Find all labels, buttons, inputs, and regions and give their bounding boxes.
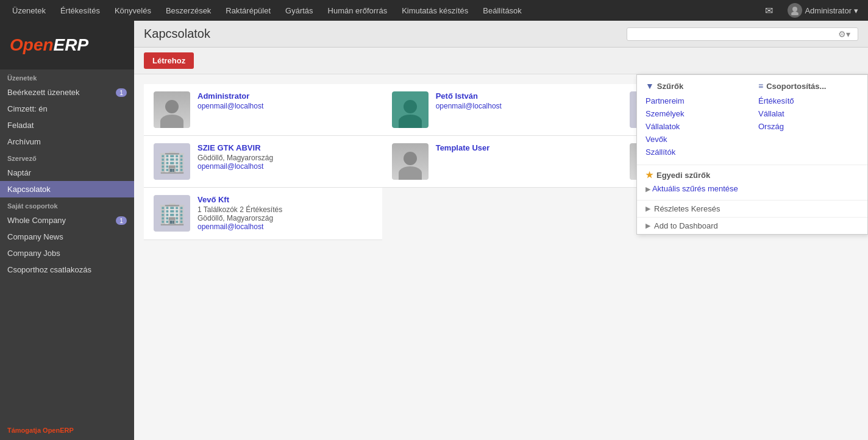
whole-company-badge: 1	[116, 216, 127, 225]
nav-human[interactable]: Humán erőforrás	[321, 0, 395, 21]
user-avatar	[788, 3, 802, 18]
search-dropdown: ▼ Szűrők Partnereim Személyek Vállalatok…	[636, 74, 868, 235]
filter-szemelyek[interactable]: Személyek	[646, 107, 746, 120]
contact-email-vevo: openmail@localhost	[197, 222, 372, 231]
group-vallalat[interactable]: Vállalat	[758, 107, 859, 120]
sidebar-item-csoporthoz[interactable]: Csoporthoz csatlakozás	[0, 261, 134, 278]
logo[interactable]: OpenERP	[0, 21, 134, 69]
search-settings-icon[interactable]: ⚙▾	[838, 29, 850, 39]
contact-info-peto: Pető István openmail@localhost	[436, 91, 611, 112]
page-title: Kapcsolatok	[144, 27, 210, 41]
contact-name-peto: Pető István	[436, 91, 611, 101]
dropdown-custom-section: ★ Egyedi szűrők ▶ Aktuális szűrés mentés…	[637, 165, 867, 200]
avatar-vevo: 🏢	[154, 195, 190, 232]
contact-email-peto: openmail@localhost	[436, 102, 611, 110]
avatar-admin	[154, 91, 190, 128]
nav-beallitasok[interactable]: Beállítások	[475, 0, 529, 21]
content-area: Kapcsolatok ⚙▾ Létrehoz Adminis	[134, 21, 868, 440]
filter-header: ▼ Szűrők	[646, 81, 746, 91]
filter-vallalatok[interactable]: Vállalatok	[646, 120, 746, 133]
dropdown-add-dashboard[interactable]: ▶ Add to Dashboard	[637, 218, 867, 234]
sidebar-item-kapcsolatok[interactable]: Kapcsolatok	[0, 181, 134, 197]
group-col: ≡ Csoportosítás... Értékesítő Vállalat O…	[758, 81, 859, 158]
sidebar-item-inbox[interactable]: Beérkezett üzenetek 1	[0, 84, 134, 101]
contact-info-szie: SZIE GTK ABVIR Gödöllő, Magyarország ope…	[197, 143, 372, 172]
filter-icon: ▼	[646, 81, 654, 91]
contact-info-admin: Administrator openmail@localhost	[197, 91, 372, 112]
sidebar-item-cimzett[interactable]: Cimzett: én	[0, 101, 134, 117]
filter-szallitok[interactable]: Szállítók	[646, 146, 746, 158]
triangle-icon: ▶	[646, 205, 650, 213]
contact-name-template: Template User	[436, 143, 611, 152]
contact-location-szie: Gödöllő, Magyarország	[197, 154, 372, 162]
contact-info-vevo: Vevő Kft 1 Találkozók 2 Értékesítés Gödö…	[197, 195, 372, 232]
nav-ertekesites[interactable]: Értékesítés	[53, 0, 107, 21]
content-header: Kapcsolatok ⚙▾	[134, 21, 868, 48]
sidebar-item-archivum[interactable]: Archívum	[0, 133, 134, 150]
avatar-szie: 🏢	[154, 143, 190, 180]
contact-detail-vevo: 1 Találkozók 2 Értékesítés	[197, 205, 372, 214]
triangle-icon-2: ▶	[646, 222, 650, 230]
search-bar[interactable]: ⚙▾	[627, 27, 858, 41]
filter-vevok[interactable]: Vevők	[646, 133, 746, 146]
dropdown-filter-section: ▼ Szűrők Partnereim Személyek Vállalatok…	[637, 75, 867, 165]
group-icon: ≡	[758, 81, 763, 91]
filter-partnereim[interactable]: Partnereim	[646, 94, 746, 107]
nav-uzenetek[interactable]: Üzenetek	[5, 0, 53, 21]
contact-card-peto[interactable]: Pető István openmail@localhost	[382, 84, 621, 136]
create-button[interactable]: Létrehoz	[144, 52, 194, 69]
user-menu[interactable]: Administrator ▾	[783, 1, 863, 20]
svg-point-1	[791, 12, 799, 15]
contact-email-szie: openmail@localhost	[197, 162, 372, 171]
search-input[interactable]	[631, 29, 838, 38]
user-label: Administrator	[805, 6, 852, 15]
main-layout: OpenERP Üzenetek Beérkezett üzenetek 1 C…	[0, 21, 868, 440]
sidebar-item-naptar[interactable]: Naptár	[0, 165, 134, 181]
toolbar: Létrehoz	[134, 48, 868, 74]
star-icon: ★	[646, 170, 653, 180]
user-dropdown-icon: ▾	[854, 6, 858, 15]
group-header: ≡ Csoportosítás...	[758, 81, 859, 91]
filter-col: ▼ Szűrők Partnereim Személyek Vállalatok…	[646, 81, 746, 158]
sidebar-item-company-news[interactable]: Company News	[0, 229, 134, 245]
contact-info-template: Template User	[436, 143, 611, 154]
contact-name-vevo: Vevő Kft	[197, 195, 372, 204]
avatar-template	[392, 143, 429, 180]
contact-card-admin[interactable]: Administrator openmail@localhost	[144, 84, 382, 136]
topnav: Üzenetek Értékesítés Könyvelés Beszerzés…	[0, 0, 868, 21]
custom-save-filter[interactable]: ▶ Aktuális szűrés mentése	[646, 182, 859, 195]
group-ertekesito[interactable]: Értékesítő	[758, 94, 859, 107]
custom-header: ★ Egyedi szűrők	[646, 170, 859, 180]
sidebar: OpenERP Üzenetek Beérkezett üzenetek 1 C…	[0, 21, 134, 440]
contact-email-admin: openmail@localhost	[197, 102, 372, 110]
nav-beszerzesek[interactable]: Beszerzések	[158, 0, 218, 21]
contact-name-szie: SZIE GTK ABVIR	[197, 143, 372, 152]
nav-konyveles[interactable]: Könyvelés	[107, 0, 158, 21]
avatar-peto	[392, 91, 429, 128]
contact-card-vevo[interactable]: 🏢 Vevő Kft 1 Találkozók 2 Értékesítés Gö…	[144, 188, 382, 240]
svg-point-0	[792, 7, 797, 12]
inbox-badge: 1	[116, 88, 127, 97]
section-szervezo-label: Szervező	[0, 150, 134, 165]
contact-location-vevo: Gödöllő, Magyarország	[197, 214, 372, 222]
sidebar-footer: Támogatja OpenERP	[0, 420, 134, 440]
section-sajat-label: Saját csoportok	[0, 197, 134, 212]
sidebar-item-feladat[interactable]: Feladat	[0, 117, 134, 133]
dropdown-advanced-search[interactable]: ▶ Részletes Keresés	[637, 200, 867, 218]
mail-icon[interactable]: ✉	[760, 2, 778, 19]
sidebar-item-whole-company[interactable]: Whole Company 1	[0, 212, 134, 229]
nav-raktarepulet[interactable]: Raktárépület	[218, 0, 278, 21]
section-uzenetek-label: Üzenetek	[0, 69, 134, 84]
nav-kimutatas[interactable]: Kimutatás készítés	[394, 0, 475, 21]
contact-name-admin: Administrator	[197, 91, 372, 101]
nav-gyartas[interactable]: Gyártás	[278, 0, 321, 21]
sidebar-item-company-jobs[interactable]: Company Jobs	[0, 245, 134, 261]
contact-card-szie[interactable]: 🏢 SZIE GTK ABVIR Gödöllő, Magyarország o…	[144, 136, 382, 188]
topnav-right: ✉ Administrator ▾	[760, 1, 863, 20]
contact-card-template[interactable]: Template User	[382, 136, 621, 188]
group-orszag[interactable]: Ország	[758, 120, 859, 133]
